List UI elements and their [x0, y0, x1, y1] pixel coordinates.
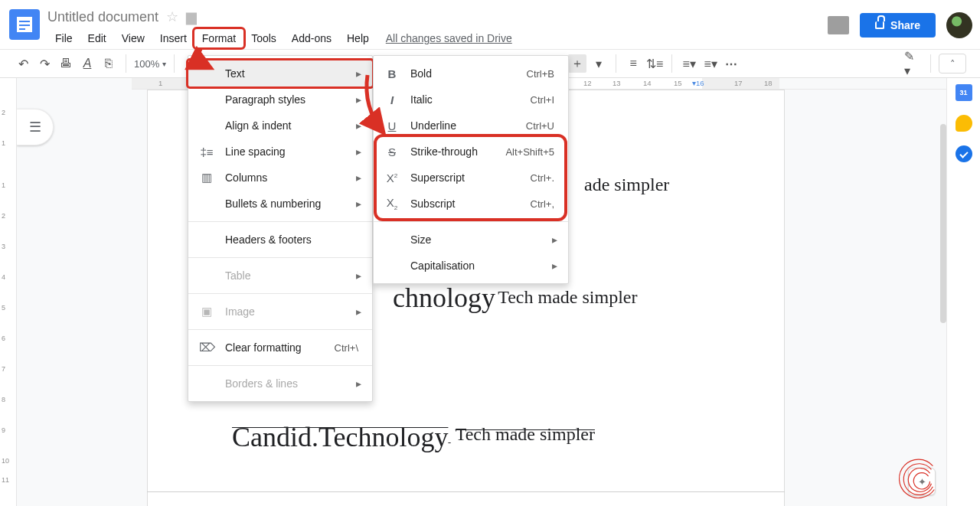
zoom-select[interactable]: 100%▾	[134, 58, 166, 70]
text-subscript[interactable]: X2 Subscript Ctrl+,	[374, 191, 568, 217]
share-button-label: Share	[890, 19, 920, 31]
open-comments-icon[interactable]	[828, 16, 849, 34]
share-button[interactable]: Share	[860, 13, 936, 38]
document-title[interactable]: Untitled document	[47, 9, 158, 25]
bold-icon: B	[384, 67, 400, 80]
underline-icon: U	[384, 119, 400, 132]
subscript-icon: X2	[384, 196, 400, 211]
line-spacing-icon[interactable]: ⇅≡	[645, 54, 664, 73]
menu-help[interactable]: Help	[339, 29, 377, 47]
format-borders-lines: Borders & lines	[188, 371, 372, 397]
text-bold[interactable]: B Bold Ctrl+B	[374, 60, 568, 87]
strikethrough-icon: S	[384, 145, 400, 158]
text-superscript[interactable]: X2 Superscript Ctrl+.	[374, 165, 568, 191]
doc-line3-big: Candid.Technology	[232, 422, 448, 452]
format-paragraph-styles[interactable]: Paragraph styles	[188, 87, 372, 113]
clear-format-icon: ⌦	[199, 341, 214, 354]
text-submenu: B Bold Ctrl+B I Italic Ctrl+I U Underlin…	[373, 55, 569, 284]
bulleted-list-icon[interactable]: ≡▾	[701, 54, 720, 73]
menu-bar: File Edit View Insert Format Tools Add-o…	[47, 29, 512, 47]
text-underline[interactable]: U Underline Ctrl+U	[374, 113, 568, 139]
keep-sidebar-icon[interactable]	[956, 115, 972, 132]
account-avatar[interactable]	[946, 12, 972, 38]
calendar-sidebar-icon[interactable]	[956, 84, 972, 101]
format-table: Table	[188, 263, 372, 289]
menu-insert[interactable]: Insert	[152, 29, 194, 47]
menu-view[interactable]: View	[114, 29, 152, 47]
insert-image-icon[interactable]: ▾	[590, 54, 608, 73]
vertical-scrollbar[interactable]	[940, 124, 946, 323]
doc-line3-small: Tech made simpler	[456, 424, 595, 444]
format-line-spacing[interactable]: ‡≡ Line spacing	[188, 139, 372, 165]
menu-file[interactable]: File	[47, 29, 80, 47]
menu-format[interactable]: Format	[194, 29, 243, 47]
format-columns[interactable]: ▥ Columns	[188, 165, 372, 191]
menu-tools[interactable]: Tools	[243, 29, 284, 47]
collapse-sidebar-icon[interactable]: ˄	[939, 54, 966, 73]
format-align-indent[interactable]: Align & indent	[188, 113, 372, 139]
italic-icon: I	[384, 93, 400, 106]
text-strike-through[interactable]: S Strike-through Alt+Shift+5	[374, 139, 568, 165]
format-text[interactable]: Text	[188, 60, 372, 87]
star-icon[interactable]: ☆	[166, 8, 178, 25]
line-spacing-icon: ‡≡	[199, 145, 214, 158]
lock-icon	[875, 21, 884, 29]
columns-icon: ▥	[199, 171, 214, 184]
text-italic[interactable]: I Italic Ctrl+I	[374, 87, 568, 113]
undo-icon[interactable]: ↶	[14, 54, 32, 73]
format-image: ▣ Image	[188, 299, 372, 325]
align-icon[interactable]: ≡	[624, 54, 642, 73]
print-icon[interactable]: 🖶	[57, 54, 75, 73]
page-break	[147, 491, 785, 492]
vertical-ruler: 2 1 1 2 3 4 5 6 7 8 9 10 11	[0, 78, 17, 506]
format-bullets-numbering[interactable]: Bullets & numbering	[188, 191, 372, 217]
brand-watermark	[897, 457, 942, 501]
outline-toggle-button[interactable]: ☰	[17, 109, 54, 145]
paint-format-icon[interactable]: ⎘	[100, 54, 118, 73]
tasks-sidebar-icon[interactable]	[956, 145, 972, 162]
menu-addons[interactable]: Add-ons	[284, 29, 339, 47]
format-headers-footers[interactable]: Headers & footers	[188, 227, 372, 253]
doc-line2-big: chnology	[393, 282, 495, 313]
redo-icon[interactable]: ↷	[35, 54, 54, 73]
docs-app-icon[interactable]	[9, 9, 40, 40]
image-icon: ▣	[199, 305, 214, 318]
save-status[interactable]: All changes saved in Drive	[386, 29, 512, 47]
title-bar: Untitled document ☆ ▆ File Edit View Ins…	[0, 0, 980, 49]
outline-icon: ☰	[29, 119, 41, 135]
insert-link-icon[interactable]: ＋	[568, 54, 586, 73]
format-dropdown: Text Paragraph styles Align & indent ‡≡ …	[188, 55, 373, 402]
doc-line1: ade simpler	[584, 175, 669, 195]
numbered-list-icon[interactable]: ≡▾	[680, 54, 698, 73]
editing-mode-icon[interactable]: ✎ ▾	[904, 54, 923, 73]
superscript-icon: X2	[384, 171, 400, 184]
text-capitalisation[interactable]: Capitalisation	[374, 253, 568, 279]
spellcheck-icon[interactable]: A	[78, 54, 96, 73]
format-clear-formatting[interactable]: ⌦ Clear formatting Ctrl+\	[188, 335, 372, 361]
menu-edit[interactable]: Edit	[80, 29, 114, 47]
folder-move-icon[interactable]: ▆	[186, 8, 197, 25]
more-tools-icon[interactable]: ⋯	[723, 54, 741, 73]
text-size[interactable]: Size	[374, 227, 568, 253]
doc-line2-sup: Tech made simpler	[498, 287, 637, 307]
side-panel	[946, 78, 980, 506]
